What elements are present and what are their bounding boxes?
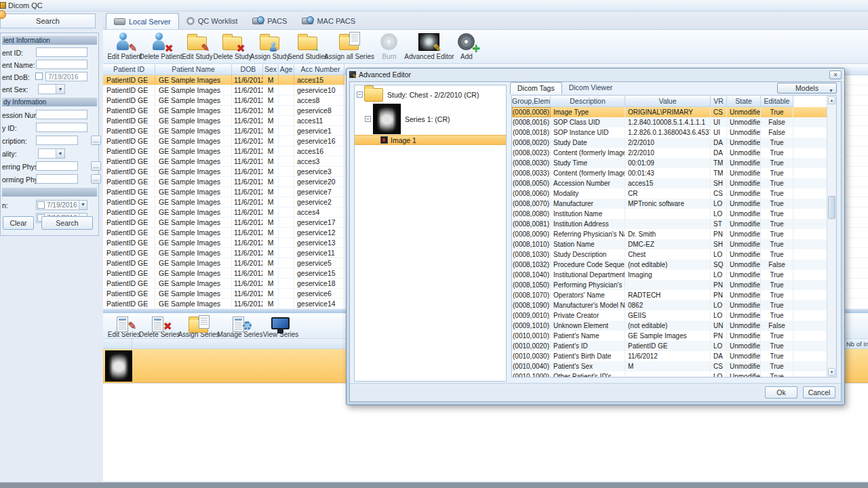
tree-study-node[interactable]: Study: Chest - 2/2/2010 (CR) [387,91,479,99]
cancel-button[interactable]: Cancel [803,386,835,399]
dicom-tag-row[interactable]: (0010,0020)Patient's IDPatientID GELOUnm… [512,341,836,351]
dicom-tag-row[interactable]: (0008,0060)ModalityCRCSUnmodifiedTrue [512,188,836,199]
delete-patient-button[interactable]: ✖ Delete Patient [141,30,180,63]
dicom-tag-row[interactable]: (0008,0016)SOP Class UID1.2.840.10008.5.… [512,117,836,127]
cell: DMC-EZ [625,239,711,249]
add-button[interactable]: + Add [452,30,481,63]
tab-pacs[interactable]: PACS [245,13,294,29]
column-header[interactable]: Description [551,96,625,107]
patient-dob-date[interactable]: 7/19/2016 [45,72,87,81]
cell: True [761,300,793,310]
dicom-tag-row[interactable]: (0008,0080)Institution NameLOUnmodifiedT… [512,209,836,219]
patient-sex-select[interactable]: ▼ [38,84,65,94]
dicom-tag-row[interactable]: (0008,1032)Procedure Code Sequence(not e… [512,260,836,270]
patient-id-input[interactable] [36,47,87,57]
models-dropdown[interactable]: Models ▼ [777,83,837,94]
column-header[interactable]: Value [625,96,711,107]
tab-mac-pacs[interactable]: MAC PACS [294,13,363,29]
dicom-tag-row[interactable]: (0008,1040)Institutional Department N...… [512,270,836,280]
dicom-tag-row[interactable]: (0008,0033)Content (formerly Image) T...… [512,168,836,178]
dicom-tag-row[interactable]: (0008,1030)Study DescriptionChestLOUnmod… [512,249,836,260]
cell [279,228,294,237]
column-header[interactable]: Acc Number [294,64,344,75]
patient-dob-checkbox[interactable] [35,73,43,80]
delete-series-button[interactable]: ✖ Delete Series [140,313,179,338]
cell: (not editable) [625,321,711,331]
dicom-tag-row[interactable]: (0010,0010)Patient's NameGE Sample Image… [512,331,836,341]
dicom-tag-row[interactable]: (0010,0040)Patient's SexMCSUnmodifiedTru… [512,361,836,371]
edit-study-button[interactable]: ✎ Edit Study [180,30,214,63]
tab-dicom-tags[interactable]: Dicom Tags [510,82,562,94]
modality-select[interactable]: ▼ [38,148,65,159]
scroll-up-icon[interactable]: ▲ [828,96,835,104]
edit-patient-button[interactable]: ✎ Edit Patient [108,30,141,63]
description-input[interactable] [36,136,78,145]
column-header[interactable]: State [727,96,761,107]
dicom-tag-row[interactable]: (0010,0030)Patient's Birth Date11/6/2012… [512,351,836,361]
performing-physician-input[interactable] [36,174,78,184]
dicom-tag-row[interactable]: (0008,1090)Manufacturer's Model Name0862… [512,300,836,310]
close-icon[interactable]: ✕ [829,70,842,79]
dicom-tag-row[interactable]: (0008,0081)Institution AddressSTUnmodifi… [512,219,836,229]
dicom-tag-row[interactable]: (0008,0023)Content (formerly Image) D...… [512,148,836,158]
date-from-checkbox[interactable] [37,201,45,209]
scroll-down-icon[interactable]: ▼ [828,368,835,376]
column-header[interactable]: Sex [263,64,279,75]
dicom-tag-row[interactable]: (0010,1000)Other Patient's ID'sLOUnmodif… [512,371,836,378]
ok-button[interactable]: Ok [765,386,797,399]
referring-physician-browse-button[interactable]: … [91,161,101,171]
thumbnail-column-header[interactable] [103,339,132,348]
advanced-editor-button[interactable]: ✎ Advanced Editor [407,30,452,63]
assign-study-button[interactable]: Assign Study [251,30,289,63]
clear-button[interactable]: Clear [3,216,34,230]
dicom-tag-row[interactable]: (0008,0070)ManufacturerMPTronic software… [512,199,836,209]
referring-physician-input[interactable] [36,161,78,171]
description-browse-button[interactable]: … [91,136,101,145]
column-header[interactable]: Group,Element [512,96,551,107]
dicom-tag-row[interactable]: (0008,1010)Station NameDMC-EZSHUnmodifie… [512,239,836,249]
manage-series-button[interactable]: Manage Series [218,313,262,338]
delete-study-button[interactable]: ✖ Delete Study [214,30,251,63]
collapse-icon[interactable]: − [357,92,363,98]
tab-dicom-viewer[interactable]: Dicom Viewer [562,82,620,94]
column-header[interactable]: VR [711,96,727,107]
dicom-tag-row[interactable]: (0008,1050)Performing Physician's Na...P… [512,280,836,290]
assign-all-series-button[interactable]: Assign all Series [327,30,372,63]
edit-series-button[interactable]: ✎ Edit Series [108,313,140,338]
cell: (0010,0030) [512,351,551,361]
dicom-tag-row[interactable]: (0008,1070)Operators' NameRADTECHPNUnmod… [512,290,836,300]
send-studies-button[interactable]: → Send Studies [289,30,327,63]
tab-local-server[interactable]: Local Server [106,13,179,29]
cell: SH [711,239,727,249]
column-header[interactable]: Age [279,64,294,75]
dicom-tag-row[interactable]: (0008,0020)Study Date2/2/2010DAUnmodifie… [512,138,836,148]
column-header[interactable]: Patient ID [103,64,155,75]
dicom-tag-row[interactable]: (0008,0018)SOP Instance UID1.2.826.0.1.3… [512,127,836,138]
dicom-tag-row[interactable]: (0008,0050)Accession Numberacces15SHUnmo… [512,178,836,188]
patient-name-input[interactable] [36,60,87,69]
column-header[interactable]: Patient Name [155,64,232,75]
accession-number-input[interactable] [36,110,87,119]
dicom-tag-row[interactable]: (0008,0008)Image TypeORIGINAL\PRIMARYCSU… [512,107,836,117]
date-from-picker[interactable]: 7/19/2016 ▼ [36,200,87,210]
vertical-scrollbar[interactable]: ▲ ▼ [827,96,836,377]
dicom-tag-row[interactable]: (0008,0030)Study Time00:01:09TMUnmodifie… [512,158,836,168]
tree-series-node[interactable]: Series 1: (CR) [405,115,450,123]
dicom-tag-row[interactable]: (0009,1010)Unknown Element(not editable)… [512,321,836,331]
performing-physician-browse-button[interactable]: … [91,174,101,184]
nb-images-column-header[interactable]: Nb of Im [844,339,868,348]
column-header[interactable]: Editable [761,96,793,107]
tab-qc-worklist[interactable]: QC Worklist [179,13,245,29]
dialog-titlebar[interactable]: Advanced Editor ✕ [349,69,842,80]
study-id-input[interactable] [36,123,87,132]
collapse-icon[interactable]: − [365,116,371,122]
window-titlebar[interactable]: Dicom QC [0,0,868,12]
assign-series-button[interactable]: Assign Series [179,313,218,338]
column-header[interactable]: DOB [232,64,263,75]
dicom-tag-row[interactable]: (0008,0090)Referring Physician's NameDr.… [512,229,836,239]
search-button[interactable]: Search [41,216,93,230]
dicom-tag-row[interactable]: (0009,0010)Private CreatorGEIISLOUnmodif… [512,310,836,321]
tree-image-node-selected[interactable]: Image 1 [355,135,506,145]
view-series-button[interactable]: View Series [262,313,300,338]
scrollbar-thumb[interactable] [828,196,835,219]
